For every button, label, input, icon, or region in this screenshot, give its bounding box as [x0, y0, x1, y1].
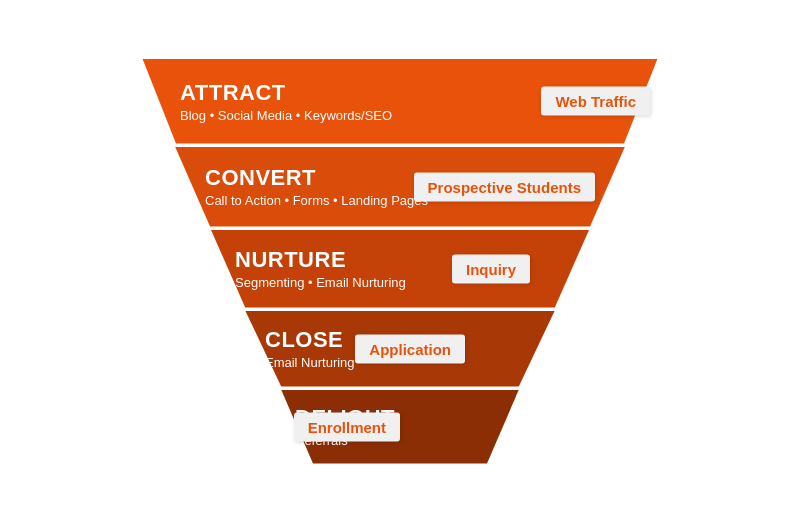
close-tag: Application	[355, 334, 465, 363]
funnel-row-attract: ATTRACT Blog • Social Media • Keywords/S…	[120, 59, 680, 144]
nurture-tag: Inquiry	[452, 254, 530, 283]
funnel-container: ATTRACT Blog • Social Media • Keywords/S…	[20, 8, 780, 518]
attract-tag: Web Traffic	[541, 87, 650, 116]
convert-tag: Prospective Students	[414, 172, 595, 201]
funnel-row-nurture: NURTURE Segmenting • Email Nurturing Inq…	[185, 230, 615, 308]
funnel-row-delight: DELIGHT Referrals Enrollment	[255, 390, 545, 464]
funnel-row-convert: CONVERT Call to Action • Forms • Landing…	[150, 147, 650, 227]
funnel-wrapper: ATTRACT Blog • Social Media • Keywords/S…	[20, 59, 780, 467]
nurture-label: NURTURE	[235, 247, 615, 273]
delight-tag: Enrollment	[294, 412, 400, 441]
nurture-sublabel: Segmenting • Email Nurturing	[235, 275, 615, 290]
funnel-shape-nurture: NURTURE Segmenting • Email Nurturing	[185, 230, 615, 308]
funnel-row-close: CLOSE Email Nurturing Application	[220, 311, 580, 387]
